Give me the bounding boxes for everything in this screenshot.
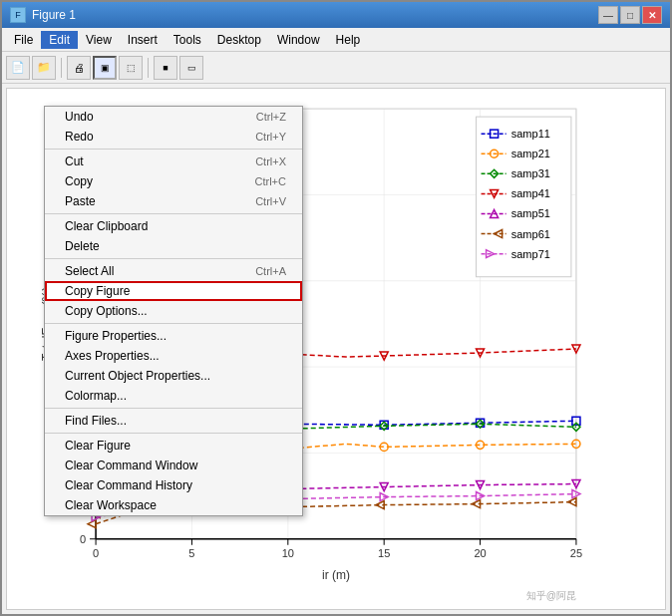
menubar: File Edit View Insert Tools Desktop Wind… bbox=[2, 28, 670, 52]
window-controls: — □ ✕ bbox=[598, 6, 662, 24]
sep3 bbox=[45, 258, 302, 259]
menu-item-paste[interactable]: Paste Ctrl+V bbox=[45, 191, 302, 211]
close-button[interactable]: ✕ bbox=[642, 6, 662, 24]
menu-item-clear-clipboard[interactable]: Clear Clipboard bbox=[45, 216, 302, 236]
menu-window[interactable]: Window bbox=[269, 31, 328, 49]
svg-text:0: 0 bbox=[93, 547, 99, 559]
menu-item-delete[interactable]: Delete bbox=[45, 236, 302, 256]
find-files-label: Find Files... bbox=[65, 414, 127, 428]
menu-desktop[interactable]: Desktop bbox=[209, 31, 269, 49]
menu-item-current-object-properties[interactable]: Current Object Properties... bbox=[45, 366, 302, 386]
sep4 bbox=[45, 323, 302, 324]
svg-text:samp61: samp61 bbox=[511, 228, 550, 240]
paste-shortcut: Ctrl+V bbox=[255, 195, 286, 207]
window-title: Figure 1 bbox=[32, 8, 76, 22]
sep5 bbox=[45, 408, 302, 409]
menu-item-cut[interactable]: Cut Ctrl+X bbox=[45, 152, 302, 171]
toolbar-sep1 bbox=[61, 58, 62, 78]
redo-shortcut: Ctrl+Y bbox=[255, 131, 286, 143]
svg-text:10: 10 bbox=[282, 547, 294, 559]
colormap-label: Colormap... bbox=[65, 389, 127, 403]
sep1 bbox=[45, 149, 302, 150]
sep6 bbox=[45, 433, 302, 434]
toolbar-new[interactable]: 📄 bbox=[6, 56, 30, 80]
figure-properties-label: Figure Properties... bbox=[65, 329, 167, 343]
clear-workspace-label: Clear Workspace bbox=[65, 498, 157, 512]
clear-figure-label: Clear Figure bbox=[65, 439, 131, 453]
svg-text:samp21: samp21 bbox=[511, 148, 550, 159]
svg-text:ir (m): ir (m) bbox=[322, 568, 350, 582]
content-area: 0 5 10 15 20 25 ir (m) 0 5 10 bbox=[2, 84, 670, 614]
copy-label: Copy bbox=[65, 174, 93, 188]
menu-item-select-all[interactable]: Select All Ctrl+A bbox=[45, 261, 302, 281]
svg-text:5: 5 bbox=[188, 547, 194, 559]
toolbar-edit[interactable]: ▣ bbox=[93, 56, 117, 80]
copy-options-label: Copy Options... bbox=[65, 304, 148, 318]
menu-item-find-files[interactable]: Find Files... bbox=[45, 411, 302, 431]
svg-text:20: 20 bbox=[474, 547, 486, 559]
svg-text:知乎@阿昆: 知乎@阿昆 bbox=[526, 590, 576, 601]
select-all-shortcut: Ctrl+A bbox=[255, 265, 286, 277]
svg-text:samp41: samp41 bbox=[511, 187, 550, 199]
menu-item-copy[interactable]: Copy Ctrl+C bbox=[45, 171, 302, 191]
maximize-button[interactable]: □ bbox=[620, 6, 640, 24]
undo-label: Undo bbox=[65, 110, 94, 124]
clear-clipboard-label: Clear Clipboard bbox=[65, 219, 148, 233]
toolbar-open[interactable]: 📁 bbox=[32, 56, 56, 80]
svg-text:25: 25 bbox=[570, 547, 582, 559]
menu-edit[interactable]: Edit bbox=[41, 31, 78, 49]
minimize-button[interactable]: — bbox=[598, 6, 618, 24]
cut-shortcut: Ctrl+X bbox=[255, 155, 286, 167]
title-bar-left: F Figure 1 bbox=[10, 7, 76, 23]
menu-item-axes-properties[interactable]: Axes Properties... bbox=[45, 346, 302, 366]
menu-help[interactable]: Help bbox=[328, 31, 369, 49]
main-window: F Figure 1 — □ ✕ File Edit View Insert T… bbox=[0, 0, 672, 616]
menu-insert[interactable]: Insert bbox=[120, 31, 166, 49]
menu-item-undo[interactable]: Undo Ctrl+Z bbox=[45, 107, 302, 127]
menu-item-copy-figure[interactable]: Copy Figure bbox=[45, 281, 302, 301]
toolbar-print[interactable]: 🖨 bbox=[67, 56, 91, 80]
svg-text:samp11: samp11 bbox=[511, 128, 550, 140]
menu-tools[interactable]: Tools bbox=[166, 31, 209, 49]
undo-shortcut: Ctrl+Z bbox=[256, 111, 286, 123]
menu-item-figure-properties[interactable]: Figure Properties... bbox=[45, 326, 302, 346]
svg-text:samp51: samp51 bbox=[511, 207, 550, 219]
svg-text:samp71: samp71 bbox=[511, 248, 550, 260]
title-bar: F Figure 1 — □ ✕ bbox=[2, 2, 670, 28]
axes-properties-label: Axes Properties... bbox=[65, 349, 160, 363]
toolbar-zoom[interactable]: ⬚ bbox=[119, 56, 143, 80]
svg-text:0: 0 bbox=[80, 533, 86, 545]
toolbar-square[interactable]: ■ bbox=[154, 56, 177, 80]
cut-label: Cut bbox=[65, 154, 84, 168]
menu-item-colormap[interactable]: Colormap... bbox=[45, 386, 302, 406]
paste-label: Paste bbox=[65, 194, 96, 208]
sep2 bbox=[45, 213, 302, 214]
menu-item-clear-command-window[interactable]: Clear Command Window bbox=[45, 456, 302, 475]
clear-command-window-label: Clear Command Window bbox=[65, 459, 197, 472]
menu-item-clear-command-history[interactable]: Clear Command History bbox=[45, 475, 302, 495]
svg-text:15: 15 bbox=[378, 547, 390, 559]
menu-item-clear-figure[interactable]: Clear Figure bbox=[45, 436, 302, 456]
toolbar-sep2 bbox=[148, 58, 149, 78]
clear-command-history-label: Clear Command History bbox=[65, 478, 192, 492]
toolbar: 📄 📁 🖨 ▣ ⬚ ■ ▭ bbox=[2, 52, 670, 84]
select-all-label: Select All bbox=[65, 264, 114, 278]
copy-shortcut: Ctrl+C bbox=[255, 175, 286, 187]
menu-file[interactable]: File bbox=[6, 31, 41, 49]
svg-text:samp31: samp31 bbox=[511, 167, 550, 179]
toolbar-rect[interactable]: ▭ bbox=[179, 56, 203, 80]
current-object-properties-label: Current Object Properties... bbox=[65, 369, 210, 383]
redo-label: Redo bbox=[65, 130, 94, 144]
menu-view[interactable]: View bbox=[78, 31, 120, 49]
menu-item-copy-options[interactable]: Copy Options... bbox=[45, 301, 302, 321]
copy-figure-label: Copy Figure bbox=[65, 284, 130, 298]
delete-label: Delete bbox=[65, 239, 100, 253]
menu-item-redo[interactable]: Redo Ctrl+Y bbox=[45, 127, 302, 147]
edit-dropdown-menu: Undo Ctrl+Z Redo Ctrl+Y Cut Ctrl+X Copy … bbox=[44, 106, 303, 516]
window-icon: F bbox=[10, 7, 26, 23]
menu-item-clear-workspace[interactable]: Clear Workspace bbox=[45, 495, 302, 515]
